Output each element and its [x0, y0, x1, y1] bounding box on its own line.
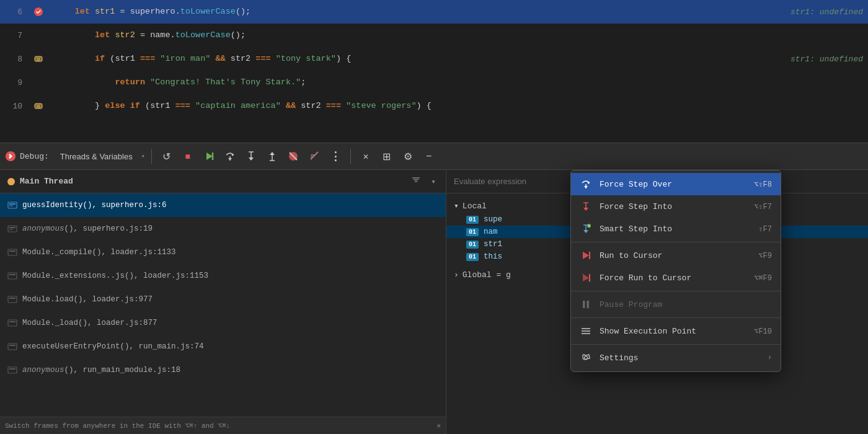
code-line-9: 9 return "Congrats! That's Tony Stark."; — [0, 71, 868, 94]
line-number-7: 7 — [5, 31, 22, 40]
var-name-str1: str1 — [484, 240, 502, 249]
more-button[interactable] — [327, 148, 344, 165]
menu-item-force-run-to-cursor[interactable]: Force Run to Cursor ⌥⌘F9 — [571, 267, 781, 289]
code-line-6-content: let str1 = superhero.toLowerCase(); — [45, 0, 778, 24]
show-execution-point-label: Show Execution Point — [600, 327, 746, 336]
svg-rect-30 — [9, 227, 16, 228]
filter-button[interactable] — [409, 174, 423, 189]
run-to-cursor-icon — [580, 249, 592, 262]
step-out-icon — [266, 150, 278, 162]
step-out-button[interactable] — [264, 148, 281, 165]
svg-rect-32 — [8, 249, 17, 255]
debug-label: Debug: — [20, 152, 49, 161]
stack-frame-2[interactable]: Module._compile(), loader.js:1133 — [0, 241, 446, 264]
close-debug-button[interactable] — [357, 148, 374, 165]
var-name-supe: supe — [484, 215, 502, 224]
stack-frame-1[interactable]: anonymous(), superhero.js:19 — [0, 217, 446, 241]
thread-status-dot — [7, 178, 15, 185]
stack-frame-list: guessIdentity(), superhero.js:6 anonymou… — [0, 193, 446, 417]
var-name-nam: nam — [484, 228, 498, 236]
svg-marker-48 — [583, 208, 588, 211]
filter-icon — [411, 175, 421, 185]
frame-switch-hint: Switch frames from anywhere in the IDE w… — [5, 422, 230, 430]
line-number-8: 8 — [5, 55, 22, 64]
force-step-over-label: Force Step Over — [600, 180, 746, 189]
breakpoint-6[interactable] — [32, 7, 45, 17]
menu-item-settings[interactable]: Settings › — [571, 347, 781, 369]
stack-frame-text-5: Module._load(), loader.js:877 — [22, 319, 157, 327]
svg-rect-27 — [9, 203, 16, 205]
inline-hint-8: str1: undefined — [790, 55, 863, 64]
svg-rect-35 — [9, 274, 16, 275]
svg-rect-43 — [9, 368, 16, 370]
code-line-7: 7 let str2 = name.toLowerCase(); — [0, 24, 868, 47]
var-name-this: this — [484, 252, 502, 261]
menu-item-run-to-cursor[interactable]: Run to Cursor ⌥F9 — [571, 244, 781, 267]
stack-frame-text-6: executeUserEntryPoint(), run_main.js:74 — [22, 342, 204, 351]
menu-separator-2 — [571, 291, 781, 291]
var-badge-this: 01 — [466, 253, 479, 261]
stack-frame-7[interactable]: anonymous(), run_main_module.js:18 — [0, 358, 446, 382]
force-run-to-cursor-shortcut: ⌥⌘F9 — [754, 273, 772, 283]
svg-rect-28 — [9, 205, 13, 206]
stack-frame-text-0: guessIdentity(), superhero.js:6 — [22, 201, 167, 210]
code-line-8: 8 ⊟ if (str1 === "iron man" && str2 === … — [0, 47, 868, 71]
thread-name: Main Thread — [20, 177, 73, 186]
bottom-bar-close[interactable]: ✕ — [436, 422, 441, 430]
menu-item-pause-program: Pause Program — [571, 293, 781, 316]
code-editor: 6 let str1 = superhero.toLowerCase(); st… — [0, 0, 868, 143]
layout-button[interactable] — [378, 148, 396, 165]
stack-frame-6[interactable]: executeUserEntryPoint(), run_main.js:74 — [0, 335, 446, 358]
breakpoint-10[interactable]: ⊟ — [32, 101, 45, 111]
breakpoint-inactive2-icon: ⊟ — [33, 101, 43, 111]
close-icon — [363, 151, 369, 162]
svg-rect-34 — [8, 273, 17, 279]
stack-frame-icon-7 — [7, 365, 17, 375]
step-into-button[interactable] — [242, 148, 260, 165]
svg-rect-39 — [9, 321, 16, 322]
mute-breakpoints-button[interactable] — [285, 148, 302, 165]
svg-rect-38 — [8, 320, 17, 326]
svg-rect-40 — [8, 343, 17, 350]
menu-item-force-step-over[interactable]: Force Step Over ⌥⇧F8 — [571, 173, 781, 195]
stack-frame-text-4: Module.load(), loader.js:977 — [22, 295, 153, 304]
var-badge-str1: 01 — [466, 241, 479, 249]
svg-rect-61 — [587, 301, 590, 308]
stack-frame-text-2: Module._compile(), loader.js:1133 — [22, 248, 176, 257]
menu-item-show-execution-point[interactable]: Show Execution Point ⌥F10 — [571, 320, 781, 342]
code-line-6: 6 let str1 = superhero.toLowerCase(); st… — [0, 0, 868, 24]
resume-button[interactable] — [200, 148, 218, 165]
stack-frame-icon-1 — [7, 224, 17, 234]
breakpoint-8[interactable]: ⊟ — [32, 54, 45, 64]
force-step-into-label: Force Step Into — [600, 202, 746, 211]
step-over-button[interactable] — [221, 148, 239, 165]
code-line-8-content: if (str1 === "iron man" && str2 === "ton… — [45, 46, 778, 72]
reload-button[interactable] — [158, 148, 175, 165]
global-expand-icon: › — [454, 270, 459, 280]
stack-frame-icon-6 — [7, 342, 17, 352]
menu-item-force-step-into[interactable]: Force Step Into ⌥⇧F7 — [571, 195, 781, 218]
layout-icon — [383, 151, 391, 162]
scratch-button[interactable] — [306, 148, 323, 165]
code-line-10-content: } else if (str1 === "captain america" &&… — [45, 94, 863, 119]
stack-frame-0[interactable]: guessIdentity(), superhero.js:6 — [0, 193, 446, 217]
thread-dropdown-button[interactable]: ▾ — [428, 175, 438, 188]
svg-rect-31 — [9, 229, 13, 230]
stack-frame-5[interactable]: Module._load(), loader.js:877 — [0, 311, 446, 335]
run-to-cursor-shortcut: ⌥F9 — [758, 251, 772, 260]
svg-marker-46 — [584, 186, 588, 188]
inline-hint-6: str1: undefined — [790, 7, 863, 17]
stack-frame-4[interactable]: Module.load(), loader.js:977 — [0, 288, 446, 311]
menu-item-smart-step-into[interactable]: S Smart Step Into ⇧F7 — [571, 218, 781, 240]
svg-rect-41 — [9, 345, 16, 346]
stop-button[interactable] — [179, 148, 197, 165]
settings-button[interactable] — [399, 148, 417, 165]
threads-variables-dropdown[interactable]: Threads & Variables — [55, 149, 138, 164]
pause-program-icon — [580, 298, 592, 311]
svg-text:⊟: ⊟ — [37, 104, 40, 109]
debug-bottom-bar: Switch frames from anywhere in the IDE w… — [0, 417, 446, 434]
minimize-button[interactable] — [420, 148, 438, 165]
stack-frame-3[interactable]: Module._extensions..js(), loader.js:1153 — [0, 264, 446, 288]
thread-header: Main Thread ▾ — [0, 170, 446, 193]
stack-frame-icon-5 — [7, 318, 17, 328]
